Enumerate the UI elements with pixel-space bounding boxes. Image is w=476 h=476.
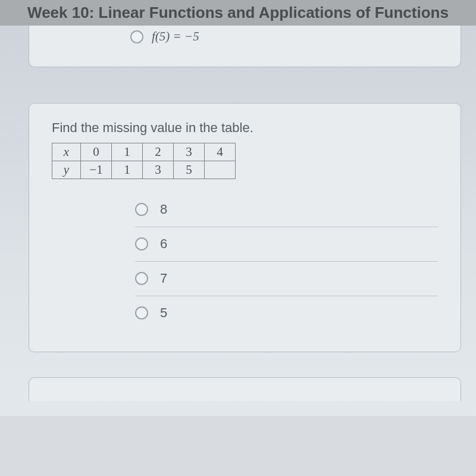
x-cell: 3 xyxy=(174,143,205,161)
previous-question-card: f(5) = −5 xyxy=(29,26,461,67)
x-cell: 1 xyxy=(112,143,143,161)
y-cell: 3 xyxy=(143,161,174,179)
y-cell: 1 xyxy=(112,161,143,179)
radio-icon xyxy=(135,237,148,250)
table-row-x: x 0 1 2 3 4 xyxy=(52,143,236,161)
x-cell: 0 xyxy=(81,143,112,161)
option-row[interactable]: 8 xyxy=(135,193,438,227)
radio-icon xyxy=(135,272,148,285)
radio-icon xyxy=(135,306,148,320)
question-card: Find the missing value in the table. x 0… xyxy=(29,103,461,352)
radio-icon xyxy=(130,30,143,43)
x-cell: 2 xyxy=(143,143,174,161)
option-label: 8 xyxy=(160,202,167,217)
y-cell xyxy=(205,161,236,179)
previous-option-label: f(5) = −5 xyxy=(152,29,199,44)
radio-icon xyxy=(135,203,148,216)
y-cell: 5 xyxy=(174,161,205,179)
option-label: 7 xyxy=(160,271,167,286)
option-row[interactable]: 6 xyxy=(135,227,438,262)
options-list: 8 6 7 5 xyxy=(135,193,438,330)
question-prompt: Find the missing value in the table. xyxy=(52,120,438,136)
content-area: f(5) = −5 Find the missing value in the … xyxy=(0,26,476,416)
option-label: 5 xyxy=(160,305,167,321)
data-table: x 0 1 2 3 4 y −1 1 3 5 xyxy=(52,143,236,179)
header-bar: Week 10: Linear Functions and Applicatio… xyxy=(0,0,476,26)
table-row-y: y −1 1 3 5 xyxy=(52,161,236,179)
next-question-card-edge xyxy=(29,377,461,401)
previous-option-row[interactable]: f(5) = −5 xyxy=(130,29,461,44)
x-cell: 4 xyxy=(205,143,236,161)
x-label: x xyxy=(52,143,81,161)
option-row[interactable]: 7 xyxy=(135,262,438,296)
option-row[interactable]: 5 xyxy=(135,296,438,330)
y-cell: −1 xyxy=(81,161,112,179)
option-label: 6 xyxy=(160,236,167,252)
page-title: Week 10: Linear Functions and Applicatio… xyxy=(0,4,476,22)
y-label: y xyxy=(52,161,81,179)
